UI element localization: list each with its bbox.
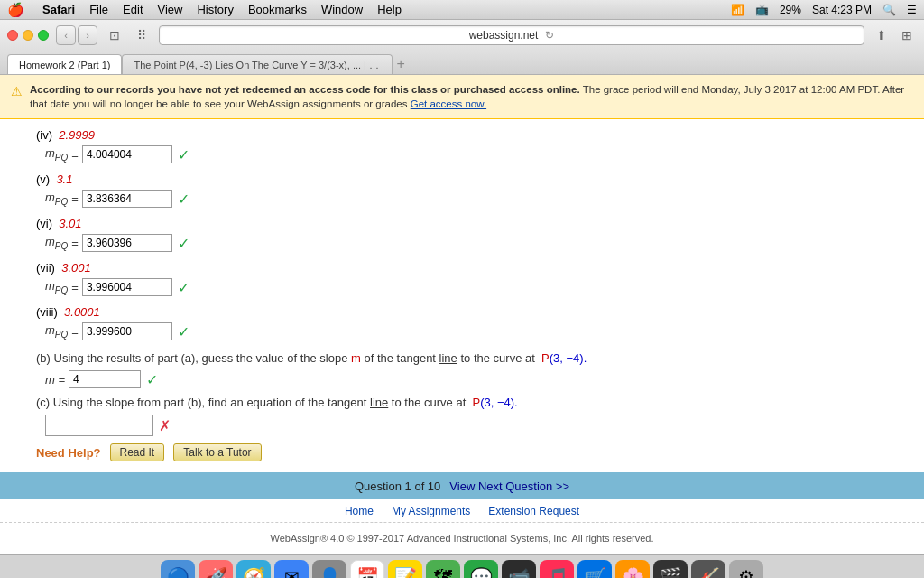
answer-input-row-c: ✗ <box>45 415 888 436</box>
extension-request-link[interactable]: Extension Request <box>488 505 579 517</box>
maximize-button[interactable] <box>38 30 49 41</box>
menu-window[interactable]: Window <box>321 3 363 16</box>
dock-safari[interactable]: 🧭 <box>236 560 271 578</box>
dock-appstore[interactable]: 🛒 <box>578 560 612 578</box>
label-vi: (vi) 3.01 <box>36 217 82 230</box>
part-c-text: (c) Using the slope from part (b), find … <box>36 396 888 409</box>
wifi-icon: 📶 <box>731 4 744 16</box>
mpq-label-vi: mPQ <box>45 235 68 251</box>
row-iv: (iv) 2.9999 <box>36 128 888 142</box>
refresh-icon[interactable]: ↻ <box>545 29 554 42</box>
url-bar[interactable]: webassign.net ↻ <box>159 25 864 45</box>
search-icon[interactable]: 🔍 <box>882 4 896 16</box>
footer-links: Home My Assignments Extension Request <box>0 499 924 522</box>
traffic-lights <box>7 30 49 41</box>
menu-view[interactable]: View <box>158 3 183 16</box>
back-button[interactable]: ‹ <box>56 25 76 45</box>
dock-notes[interactable]: 📝 <box>388 560 422 578</box>
new-tab-button[interactable]: ⊞ <box>897 25 917 45</box>
row-vi: (vi) 3.01 <box>36 217 888 230</box>
mpq-input-iv[interactable] <box>82 145 172 163</box>
dock-mail[interactable]: ✉ <box>274 560 309 578</box>
check-vi: ✓ <box>178 235 189 252</box>
dock-calendar[interactable]: 📅 <box>350 560 384 578</box>
browser-actions: ⬆ ⊞ <box>872 25 917 45</box>
sidebar-button[interactable]: ⊡ <box>105 25 125 45</box>
mpq-label-v: mPQ <box>45 191 68 207</box>
dock-facetime[interactable]: 📹 <box>502 560 536 578</box>
check-iv: ✓ <box>178 146 189 163</box>
row-viii: (viii) 3.0001 <box>36 305 888 319</box>
dock-launchpad[interactable]: 🚀 <box>199 560 233 578</box>
dock-maps[interactable]: 🗺 <box>426 560 460 578</box>
dock-messages[interactable]: 💬 <box>464 560 498 578</box>
tabs-bar: Homework 2 (Part 1) The Point P(4, -3) L… <box>0 51 924 75</box>
check-vii: ✓ <box>178 279 189 296</box>
question-count: Question 1 of 10 <box>355 480 440 493</box>
mpq-row-vii: mPQ = ✓ <box>45 278 888 296</box>
dock-finder[interactable]: 🔵 <box>161 560 195 578</box>
check-v: ✓ <box>178 191 189 208</box>
dock-contacts[interactable]: 👤 <box>312 560 346 578</box>
check-viii: ✓ <box>178 323 189 340</box>
menu-bookmarks[interactable]: Bookmarks <box>248 3 307 16</box>
main-content: (iv) 2.9999 mPQ = ✓ (v) 3.1 mPQ = ✓ (vi)… <box>0 119 924 472</box>
warning-text: According to our records you have not ye… <box>30 82 913 111</box>
list-icon[interactable]: ☰ <box>907 4 917 16</box>
tab-homework[interactable]: Homework 2 (Part 1) <box>7 54 122 74</box>
share-button[interactable]: ⬆ <box>872 25 892 45</box>
dock-itunes[interactable]: 🎵 <box>540 560 574 578</box>
label-vii: (vii) 3.001 <box>36 261 91 275</box>
m-input-b[interactable] <box>69 370 141 388</box>
footer-copyright: WebAssign® 4.0 © 1997-2017 Advanced Inst… <box>0 522 924 554</box>
view-next-question-link[interactable]: View Next Question >> <box>449 480 569 493</box>
part-c-section: (c) Using the slope from part (b), find … <box>36 396 888 436</box>
part-b-section: (b) Using the results of part (a), guess… <box>36 351 888 388</box>
tab-chegg[interactable]: The Point P(4, -3) Lies On The Curve Y =… <box>122 54 393 74</box>
menu-edit[interactable]: Edit <box>123 3 143 16</box>
home-link[interactable]: Home <box>345 505 374 517</box>
mpq-input-vii[interactable] <box>82 278 172 296</box>
mpq-input-v[interactable] <box>82 190 172 208</box>
menu-file[interactable]: File <box>89 3 108 16</box>
get-access-link[interactable]: Get access now. <box>411 98 486 109</box>
question-bar: Question 1 of 10 View Next Question >> <box>0 472 924 499</box>
minimize-button[interactable] <box>23 30 33 41</box>
my-assignments-link[interactable]: My Assignments <box>392 505 470 517</box>
nav-buttons: ‹ › <box>56 25 97 45</box>
m-row-b: m = ✓ <box>45 370 888 388</box>
warning-icon: ⚠ <box>11 83 23 101</box>
url-text: webassign.net <box>469 29 539 42</box>
dock-iphoto[interactable]: 🌸 <box>615 560 650 578</box>
apple-icon[interactable]: 🍎 <box>7 2 24 18</box>
x-icon-c: ✗ <box>159 417 171 434</box>
mpq-row-v: mPQ = ✓ <box>45 190 888 208</box>
row-v: (v) 3.1 <box>36 172 888 186</box>
close-button[interactable] <box>7 30 18 41</box>
new-tab-plus[interactable]: + <box>396 54 404 74</box>
mpq-label-iv: mPQ <box>45 146 68 163</box>
menu-safari[interactable]: Safari <box>42 3 75 16</box>
mpq-label-viii: mPQ <box>45 323 68 340</box>
label-iv: (iv) 2.9999 <box>36 128 95 142</box>
grid-button[interactable]: ⠿ <box>132 25 152 45</box>
talk-to-tutor-button[interactable]: Talk to a Tutor <box>173 443 261 461</box>
airplay-icon: 📺 <box>755 4 769 16</box>
answer-input-c[interactable] <box>45 415 153 436</box>
mpq-row-vi: mPQ = ✓ <box>45 234 888 252</box>
mpq-input-viii[interactable] <box>82 322 172 340</box>
mpq-row-iv: mPQ = ✓ <box>45 145 888 163</box>
menu-help[interactable]: Help <box>377 3 402 16</box>
battery-indicator: 29% <box>780 4 801 16</box>
forward-button[interactable]: › <box>78 25 97 45</box>
read-it-button[interactable]: Read It <box>110 443 165 461</box>
label-viii: (viii) 3.0001 <box>36 305 100 319</box>
dock-garageband[interactable]: 🎸 <box>691 560 725 578</box>
mpq-input-vi[interactable] <box>82 234 172 252</box>
dock-imovie[interactable]: 🎬 <box>653 560 688 578</box>
dock: 🔵 🚀 🧭 ✉ 👤 📅 📝 🗺 💬 📹 🎵 🛒 🌸 🎬 🎸 ⚙ <box>0 554 924 578</box>
clock: Sat 4:23 PM <box>812 4 872 16</box>
dock-system-prefs[interactable]: ⚙ <box>729 560 763 578</box>
menubar-right: 📶 📺 29% Sat 4:23 PM 🔍 ☰ <box>731 4 917 16</box>
menu-history[interactable]: History <box>197 3 233 16</box>
